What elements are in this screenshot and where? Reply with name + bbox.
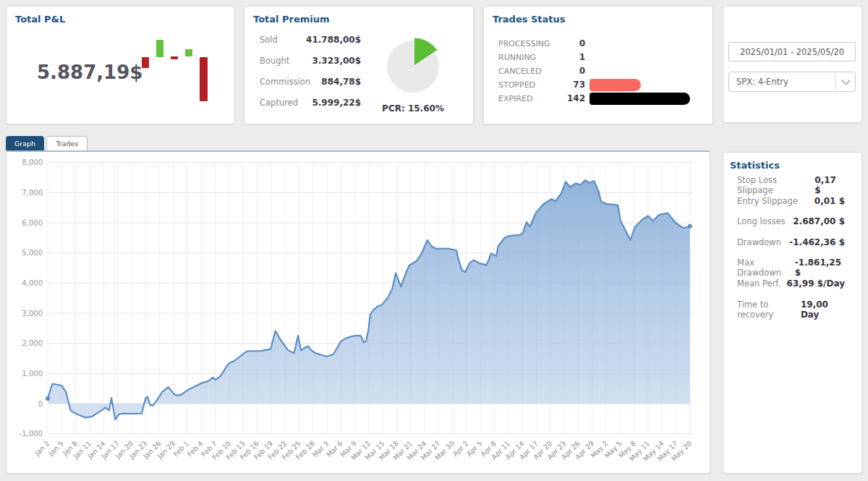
- statistics-row: Mean Perf.63,99 $/Day: [737, 278, 845, 289]
- premium-row-value: 884,78$: [321, 77, 361, 87]
- statistics-row-value: 19,00 Day: [801, 299, 845, 320]
- pnl-mini-bar: [185, 49, 192, 56]
- filter-card: 2025/01/01 - 2025/05/20 SPX: 4-Entry: [723, 6, 862, 123]
- status-row-label: RUNNING: [498, 53, 566, 62]
- strategy-select-value: SPX: 4-Entry: [736, 77, 788, 87]
- status-row: CANCELED0: [498, 64, 585, 77]
- statistics-row-label: Long losses: [737, 216, 786, 226]
- total-pnl-card: Total P&L 5.887,19$: [6, 6, 235, 124]
- premium-row: Sold41.788,00$: [260, 35, 361, 45]
- total-premium-card: Total Premium Sold41.788,00$Bought3.323,…: [244, 6, 474, 124]
- tab-graph[interactable]: Graph: [6, 136, 44, 150]
- premium-row: Captured5.999,22$: [260, 98, 361, 108]
- pnl-mini-bar: [171, 56, 178, 59]
- pnl-mini-bar: [156, 40, 163, 57]
- premium-row-label: Commission: [260, 77, 310, 87]
- premium-row-label: Captured: [260, 98, 298, 108]
- equity-curve-chart: Jan 2Jan 5Jan 8Jan 11Jan 14Jan 17Jan 20J…: [7, 152, 710, 472]
- equity-chart-card: Jan 2Jan 5Jan 8Jan 11Jan 14Jan 17Jan 20J…: [6, 150, 710, 474]
- status-row-bar: [590, 79, 641, 91]
- svg-text:Jan 5: Jan 5: [46, 439, 64, 457]
- statistics-row: Entry Slippage0,01 $: [737, 196, 845, 206]
- chevron-down-icon: [835, 72, 855, 91]
- statistics-title: Statistics: [730, 160, 780, 171]
- statistics-row: Stop Loss Slippage0,17 $: [737, 175, 845, 195]
- svg-text:5,000: 5,000: [22, 249, 43, 257]
- svg-text:6,000: 6,000: [22, 219, 43, 227]
- status-row: EXPIRED142: [498, 92, 690, 105]
- status-row-label: STOPPED: [498, 80, 566, 90]
- premium-row: Bought3.323,00$: [260, 56, 361, 66]
- date-range-input[interactable]: 2025/01/01 - 2025/05/20: [728, 42, 856, 61]
- pcr-label: PCR: 15.60%: [359, 103, 467, 114]
- premium-row-value: 3.323,00$: [312, 56, 361, 66]
- statistics-row-label: Stop Loss Slippage: [737, 175, 814, 195]
- svg-text:1,000: 1,000: [22, 370, 43, 378]
- svg-text:0: 0: [38, 400, 43, 408]
- status-row-count: 142: [566, 93, 585, 103]
- trades-status-title: Trades Status: [493, 14, 566, 25]
- status-row-bar: [590, 93, 690, 105]
- svg-text:4,000: 4,000: [22, 279, 43, 287]
- svg-text:Jan 2: Jan 2: [33, 439, 51, 457]
- statistics-row: Long losses2.687,00 $: [737, 216, 845, 226]
- statistics-card: Statistics Stop Loss Slippage0,17 $Entry…: [723, 152, 862, 474]
- svg-text:8,000: 8,000: [22, 158, 43, 166]
- trades-status-card: Trades Status PROCESSING0RUNNING1CANCELE…: [483, 6, 713, 124]
- total-pnl-title: Total P&L: [15, 14, 65, 25]
- pcr-pie-chart: [387, 41, 439, 93]
- status-row-label: CANCELED: [498, 67, 566, 76]
- statistics-row-value: 63,99 $/Day: [787, 278, 845, 289]
- status-row-count: 0: [566, 66, 585, 76]
- statistics-row-value: 0,01 $: [814, 196, 845, 206]
- premium-row-value: 41.788,00$: [306, 35, 361, 45]
- tab-bar: Graph Trades: [6, 136, 90, 150]
- premium-row-label: Bought: [260, 56, 289, 66]
- status-row: STOPPED73: [498, 78, 641, 91]
- strategy-select[interactable]: SPX: 4-Entry: [728, 72, 856, 92]
- statistics-row-value: -1.462,36 $: [789, 237, 845, 247]
- status-row-count: 73: [566, 80, 585, 90]
- statistics-row: Time to recovery19,00 Day: [737, 299, 845, 320]
- pcr-pie-wedge: [388, 38, 442, 93]
- total-pnl-value: 5.887,19$: [37, 61, 142, 83]
- statistics-row: Max Drawdown-1.861,25 $: [737, 257, 845, 278]
- statistics-row-value: 0,17 $: [814, 175, 845, 195]
- pnl-mini-bar: [142, 57, 149, 68]
- premium-row: Commission884,78$: [260, 77, 361, 87]
- status-row-label: EXPIRED: [498, 94, 566, 103]
- pnl-mini-bar: [200, 57, 208, 101]
- statistics-row-label: Max Drawdown: [737, 257, 795, 278]
- statistics-row: Drawdown-1.462,36 $: [737, 237, 845, 247]
- svg-text:-1,000: -1,000: [20, 430, 43, 438]
- status-row-label: PROCESSING: [498, 39, 566, 48]
- status-row-count: 1: [566, 52, 585, 62]
- status-row: PROCESSING0: [498, 37, 585, 50]
- svg-text:2,000: 2,000: [22, 339, 43, 347]
- premium-row-value: 5.999,22$: [312, 98, 361, 108]
- statistics-row-label: Time to recovery: [737, 299, 801, 320]
- svg-text:3,000: 3,000: [22, 310, 43, 318]
- statistics-row-value: -1.861,25 $: [795, 257, 845, 278]
- status-row-count: 0: [566, 38, 585, 48]
- premium-row-label: Sold: [260, 35, 278, 45]
- status-row: RUNNING1: [498, 51, 585, 64]
- dashboard-page: { "colors": { "accent_navy": "#1f4e79", …: [0, 0, 868, 481]
- statistics-row-label: Drawdown: [737, 237, 781, 247]
- total-premium-title: Total Premium: [253, 14, 330, 25]
- tab-trades[interactable]: Trades: [46, 136, 88, 150]
- statistics-row-label: Mean Perf.: [737, 278, 780, 289]
- statistics-row-label: Entry Slippage: [737, 196, 798, 206]
- statistics-row-value: 2.687,00 $: [793, 216, 845, 226]
- svg-text:7,000: 7,000: [22, 189, 43, 197]
